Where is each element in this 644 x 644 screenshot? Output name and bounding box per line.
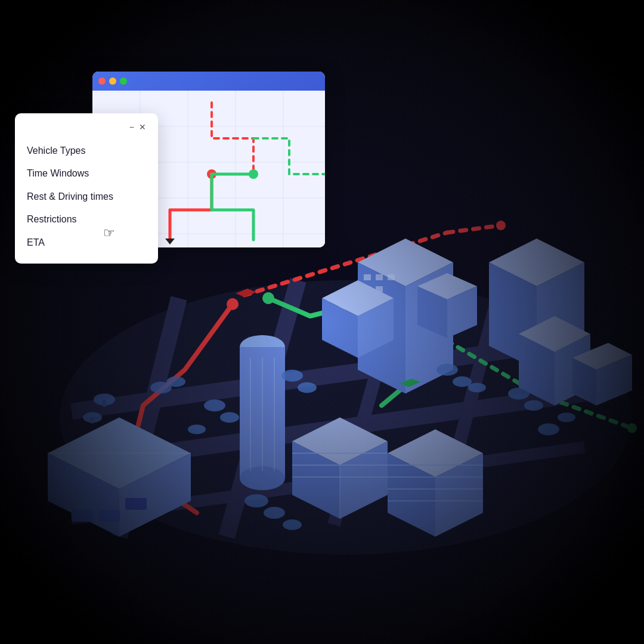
svg-point-11 xyxy=(227,298,239,310)
svg-marker-62 xyxy=(322,298,358,358)
svg-marker-30 xyxy=(358,239,453,286)
svg-point-75 xyxy=(188,425,206,434)
panel-titlebar: − ✕ xyxy=(27,123,146,131)
svg-line-14 xyxy=(537,394,632,428)
svg-line-10 xyxy=(447,225,501,233)
svg-point-102 xyxy=(249,169,258,179)
menu-item-eta[interactable]: ETA xyxy=(27,231,146,254)
svg-marker-88 xyxy=(236,289,256,297)
svg-point-72 xyxy=(166,376,185,387)
svg-point-71 xyxy=(150,382,172,394)
svg-line-8 xyxy=(441,262,507,513)
svg-point-12 xyxy=(496,221,506,230)
svg-point-79 xyxy=(453,376,472,387)
svg-point-24 xyxy=(240,335,285,359)
svg-point-83 xyxy=(538,423,559,435)
svg-marker-48 xyxy=(292,441,340,519)
svg-rect-23 xyxy=(125,498,147,510)
dot-green[interactable] xyxy=(120,78,127,85)
svg-point-82 xyxy=(524,400,543,411)
svg-marker-39 xyxy=(489,262,537,370)
browser-titlebar xyxy=(92,72,325,91)
close-button[interactable]: ✕ xyxy=(139,123,146,131)
svg-marker-46 xyxy=(596,355,632,405)
menu-item-vehicle-types[interactable]: Vehicle Types xyxy=(27,140,146,162)
svg-rect-33 xyxy=(364,274,371,280)
svg-marker-54 xyxy=(388,429,483,477)
svg-marker-32 xyxy=(405,262,453,394)
svg-marker-63 xyxy=(358,298,394,358)
svg-point-84 xyxy=(558,413,575,422)
svg-marker-19 xyxy=(119,453,191,537)
svg-point-85 xyxy=(244,494,268,507)
svg-line-4 xyxy=(72,447,584,519)
svg-point-87 xyxy=(283,519,302,530)
svg-line-7 xyxy=(334,268,405,525)
svg-point-77 xyxy=(298,382,317,393)
svg-line-3 xyxy=(72,394,584,465)
svg-marker-64 xyxy=(417,273,477,299)
svg-rect-34 xyxy=(376,274,383,280)
svg-marker-66 xyxy=(447,286,477,338)
svg-marker-17 xyxy=(48,417,191,489)
svg-point-81 xyxy=(508,388,530,400)
svg-point-74 xyxy=(220,412,239,423)
svg-marker-49 xyxy=(340,441,388,519)
svg-line-6 xyxy=(227,280,298,537)
svg-marker-65 xyxy=(417,286,447,338)
svg-marker-38 xyxy=(489,239,584,286)
dot-red[interactable] xyxy=(98,78,106,85)
svg-marker-41 xyxy=(519,316,590,352)
svg-marker-31 xyxy=(358,262,405,394)
svg-marker-55 xyxy=(388,453,435,537)
svg-point-15 xyxy=(262,292,274,304)
svg-point-78 xyxy=(436,364,458,376)
svg-point-73 xyxy=(204,400,225,411)
svg-line-5 xyxy=(119,298,179,537)
menu-item-rest-driving[interactable]: Rest & Driving times xyxy=(27,185,146,208)
svg-rect-36 xyxy=(364,286,371,292)
svg-point-16 xyxy=(627,423,637,433)
svg-point-80 xyxy=(468,383,486,392)
svg-rect-68 xyxy=(103,400,106,407)
svg-point-76 xyxy=(281,370,303,382)
svg-rect-21 xyxy=(72,510,93,522)
svg-line-13 xyxy=(435,334,537,394)
menu-panel: − ✕ Vehicle Types Time Windows Rest & Dr… xyxy=(15,113,158,264)
menu-item-time-windows[interactable]: Time Windows xyxy=(27,162,146,185)
svg-point-1 xyxy=(60,280,632,555)
svg-rect-37 xyxy=(376,286,383,292)
menu-item-restrictions[interactable]: Restrictions xyxy=(27,208,146,231)
svg-point-26 xyxy=(240,466,285,490)
svg-line-2 xyxy=(72,340,584,411)
svg-marker-43 xyxy=(555,334,590,405)
svg-point-67 xyxy=(94,394,115,405)
svg-point-69 xyxy=(83,412,102,423)
svg-rect-22 xyxy=(98,510,120,522)
svg-marker-40 xyxy=(537,262,584,370)
svg-rect-70 xyxy=(91,417,94,423)
svg-marker-45 xyxy=(572,358,596,405)
svg-marker-61 xyxy=(322,280,394,316)
minimize-button[interactable]: − xyxy=(129,123,134,131)
svg-marker-44 xyxy=(572,343,632,370)
dot-yellow[interactable] xyxy=(109,78,116,85)
svg-rect-35 xyxy=(388,274,395,280)
svg-point-86 xyxy=(264,507,285,519)
svg-rect-25 xyxy=(240,347,285,478)
svg-marker-56 xyxy=(435,453,483,537)
svg-marker-89 xyxy=(400,379,420,387)
svg-marker-42 xyxy=(519,334,555,405)
svg-marker-47 xyxy=(292,417,388,465)
svg-marker-18 xyxy=(48,453,119,537)
